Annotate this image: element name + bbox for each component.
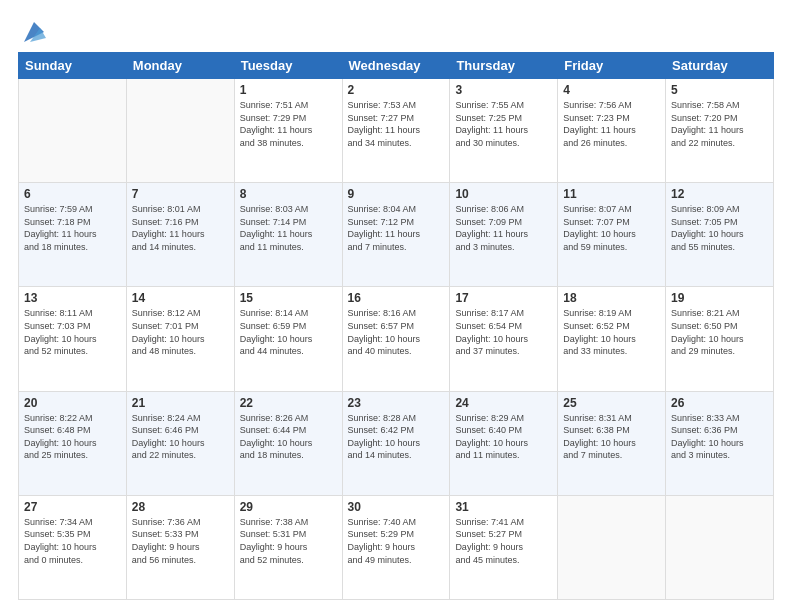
weekday-header: Saturday bbox=[666, 53, 774, 79]
calendar-cell: 5Sunrise: 7:58 AM Sunset: 7:20 PM Daylig… bbox=[666, 79, 774, 183]
calendar-cell bbox=[558, 495, 666, 599]
calendar-cell: 28Sunrise: 7:36 AM Sunset: 5:33 PM Dayli… bbox=[126, 495, 234, 599]
day-info: Sunrise: 7:38 AM Sunset: 5:31 PM Dayligh… bbox=[240, 516, 337, 566]
calendar-cell: 8Sunrise: 8:03 AM Sunset: 7:14 PM Daylig… bbox=[234, 183, 342, 287]
calendar-cell: 2Sunrise: 7:53 AM Sunset: 7:27 PM Daylig… bbox=[342, 79, 450, 183]
weekday-header-row: SundayMondayTuesdayWednesdayThursdayFrid… bbox=[19, 53, 774, 79]
day-number: 20 bbox=[24, 396, 121, 410]
calendar-cell: 30Sunrise: 7:40 AM Sunset: 5:29 PM Dayli… bbox=[342, 495, 450, 599]
calendar-week-row: 13Sunrise: 8:11 AM Sunset: 7:03 PM Dayli… bbox=[19, 287, 774, 391]
day-number: 7 bbox=[132, 187, 229, 201]
calendar-cell bbox=[19, 79, 127, 183]
header bbox=[18, 18, 774, 42]
calendar-week-row: 1Sunrise: 7:51 AM Sunset: 7:29 PM Daylig… bbox=[19, 79, 774, 183]
day-number: 4 bbox=[563, 83, 660, 97]
calendar-cell: 29Sunrise: 7:38 AM Sunset: 5:31 PM Dayli… bbox=[234, 495, 342, 599]
day-info: Sunrise: 7:41 AM Sunset: 5:27 PM Dayligh… bbox=[455, 516, 552, 566]
calendar-cell bbox=[666, 495, 774, 599]
day-info: Sunrise: 8:11 AM Sunset: 7:03 PM Dayligh… bbox=[24, 307, 121, 357]
day-info: Sunrise: 7:55 AM Sunset: 7:25 PM Dayligh… bbox=[455, 99, 552, 149]
day-number: 1 bbox=[240, 83, 337, 97]
day-number: 9 bbox=[348, 187, 445, 201]
day-number: 29 bbox=[240, 500, 337, 514]
day-info: Sunrise: 8:19 AM Sunset: 6:52 PM Dayligh… bbox=[563, 307, 660, 357]
day-info: Sunrise: 8:17 AM Sunset: 6:54 PM Dayligh… bbox=[455, 307, 552, 357]
weekday-header: Thursday bbox=[450, 53, 558, 79]
day-info: Sunrise: 8:29 AM Sunset: 6:40 PM Dayligh… bbox=[455, 412, 552, 462]
calendar-cell: 11Sunrise: 8:07 AM Sunset: 7:07 PM Dayli… bbox=[558, 183, 666, 287]
calendar-cell: 4Sunrise: 7:56 AM Sunset: 7:23 PM Daylig… bbox=[558, 79, 666, 183]
day-number: 14 bbox=[132, 291, 229, 305]
day-info: Sunrise: 8:06 AM Sunset: 7:09 PM Dayligh… bbox=[455, 203, 552, 253]
day-number: 11 bbox=[563, 187, 660, 201]
calendar-cell: 19Sunrise: 8:21 AM Sunset: 6:50 PM Dayli… bbox=[666, 287, 774, 391]
calendar-cell: 7Sunrise: 8:01 AM Sunset: 7:16 PM Daylig… bbox=[126, 183, 234, 287]
calendar-cell: 15Sunrise: 8:14 AM Sunset: 6:59 PM Dayli… bbox=[234, 287, 342, 391]
day-info: Sunrise: 8:26 AM Sunset: 6:44 PM Dayligh… bbox=[240, 412, 337, 462]
day-info: Sunrise: 7:59 AM Sunset: 7:18 PM Dayligh… bbox=[24, 203, 121, 253]
day-number: 12 bbox=[671, 187, 768, 201]
calendar-cell: 3Sunrise: 7:55 AM Sunset: 7:25 PM Daylig… bbox=[450, 79, 558, 183]
day-number: 22 bbox=[240, 396, 337, 410]
calendar-cell: 17Sunrise: 8:17 AM Sunset: 6:54 PM Dayli… bbox=[450, 287, 558, 391]
day-number: 16 bbox=[348, 291, 445, 305]
calendar-week-row: 6Sunrise: 7:59 AM Sunset: 7:18 PM Daylig… bbox=[19, 183, 774, 287]
day-number: 19 bbox=[671, 291, 768, 305]
logo-icon bbox=[20, 18, 48, 46]
calendar-cell: 13Sunrise: 8:11 AM Sunset: 7:03 PM Dayli… bbox=[19, 287, 127, 391]
calendar-cell: 6Sunrise: 7:59 AM Sunset: 7:18 PM Daylig… bbox=[19, 183, 127, 287]
day-number: 10 bbox=[455, 187, 552, 201]
day-info: Sunrise: 8:14 AM Sunset: 6:59 PM Dayligh… bbox=[240, 307, 337, 357]
weekday-header: Friday bbox=[558, 53, 666, 79]
calendar-cell: 23Sunrise: 8:28 AM Sunset: 6:42 PM Dayli… bbox=[342, 391, 450, 495]
day-info: Sunrise: 7:58 AM Sunset: 7:20 PM Dayligh… bbox=[671, 99, 768, 149]
day-number: 21 bbox=[132, 396, 229, 410]
day-number: 26 bbox=[671, 396, 768, 410]
day-info: Sunrise: 7:51 AM Sunset: 7:29 PM Dayligh… bbox=[240, 99, 337, 149]
day-info: Sunrise: 8:01 AM Sunset: 7:16 PM Dayligh… bbox=[132, 203, 229, 253]
day-number: 13 bbox=[24, 291, 121, 305]
day-number: 15 bbox=[240, 291, 337, 305]
calendar-cell: 20Sunrise: 8:22 AM Sunset: 6:48 PM Dayli… bbox=[19, 391, 127, 495]
calendar-cell: 9Sunrise: 8:04 AM Sunset: 7:12 PM Daylig… bbox=[342, 183, 450, 287]
day-info: Sunrise: 8:09 AM Sunset: 7:05 PM Dayligh… bbox=[671, 203, 768, 253]
day-info: Sunrise: 8:16 AM Sunset: 6:57 PM Dayligh… bbox=[348, 307, 445, 357]
day-info: Sunrise: 7:53 AM Sunset: 7:27 PM Dayligh… bbox=[348, 99, 445, 149]
day-number: 24 bbox=[455, 396, 552, 410]
day-info: Sunrise: 8:28 AM Sunset: 6:42 PM Dayligh… bbox=[348, 412, 445, 462]
day-number: 28 bbox=[132, 500, 229, 514]
day-info: Sunrise: 8:24 AM Sunset: 6:46 PM Dayligh… bbox=[132, 412, 229, 462]
day-info: Sunrise: 7:40 AM Sunset: 5:29 PM Dayligh… bbox=[348, 516, 445, 566]
day-info: Sunrise: 8:31 AM Sunset: 6:38 PM Dayligh… bbox=[563, 412, 660, 462]
day-number: 18 bbox=[563, 291, 660, 305]
day-info: Sunrise: 8:21 AM Sunset: 6:50 PM Dayligh… bbox=[671, 307, 768, 357]
calendar-table: SundayMondayTuesdayWednesdayThursdayFrid… bbox=[18, 52, 774, 600]
calendar-cell: 22Sunrise: 8:26 AM Sunset: 6:44 PM Dayli… bbox=[234, 391, 342, 495]
day-number: 17 bbox=[455, 291, 552, 305]
day-info: Sunrise: 7:34 AM Sunset: 5:35 PM Dayligh… bbox=[24, 516, 121, 566]
day-info: Sunrise: 8:03 AM Sunset: 7:14 PM Dayligh… bbox=[240, 203, 337, 253]
day-info: Sunrise: 8:04 AM Sunset: 7:12 PM Dayligh… bbox=[348, 203, 445, 253]
weekday-header: Monday bbox=[126, 53, 234, 79]
day-info: Sunrise: 7:56 AM Sunset: 7:23 PM Dayligh… bbox=[563, 99, 660, 149]
day-number: 6 bbox=[24, 187, 121, 201]
day-info: Sunrise: 8:07 AM Sunset: 7:07 PM Dayligh… bbox=[563, 203, 660, 253]
calendar-cell: 27Sunrise: 7:34 AM Sunset: 5:35 PM Dayli… bbox=[19, 495, 127, 599]
day-number: 30 bbox=[348, 500, 445, 514]
calendar-cell: 24Sunrise: 8:29 AM Sunset: 6:40 PM Dayli… bbox=[450, 391, 558, 495]
day-info: Sunrise: 8:22 AM Sunset: 6:48 PM Dayligh… bbox=[24, 412, 121, 462]
day-number: 23 bbox=[348, 396, 445, 410]
calendar-cell: 1Sunrise: 7:51 AM Sunset: 7:29 PM Daylig… bbox=[234, 79, 342, 183]
calendar-cell: 21Sunrise: 8:24 AM Sunset: 6:46 PM Dayli… bbox=[126, 391, 234, 495]
day-number: 2 bbox=[348, 83, 445, 97]
calendar-week-row: 20Sunrise: 8:22 AM Sunset: 6:48 PM Dayli… bbox=[19, 391, 774, 495]
day-number: 25 bbox=[563, 396, 660, 410]
calendar-cell: 26Sunrise: 8:33 AM Sunset: 6:36 PM Dayli… bbox=[666, 391, 774, 495]
weekday-header: Sunday bbox=[19, 53, 127, 79]
weekday-header: Tuesday bbox=[234, 53, 342, 79]
calendar-cell: 12Sunrise: 8:09 AM Sunset: 7:05 PM Dayli… bbox=[666, 183, 774, 287]
calendar-cell: 18Sunrise: 8:19 AM Sunset: 6:52 PM Dayli… bbox=[558, 287, 666, 391]
page: SundayMondayTuesdayWednesdayThursdayFrid… bbox=[0, 0, 792, 612]
day-info: Sunrise: 8:12 AM Sunset: 7:01 PM Dayligh… bbox=[132, 307, 229, 357]
day-number: 27 bbox=[24, 500, 121, 514]
